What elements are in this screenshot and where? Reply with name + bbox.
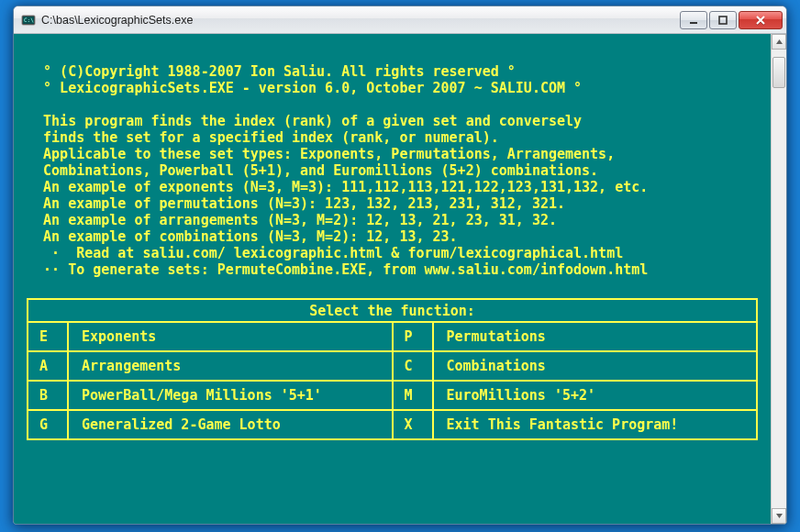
scroll-down-button[interactable] xyxy=(772,508,786,524)
scroll-track[interactable] xyxy=(772,50,786,508)
vertical-scrollbar[interactable] xyxy=(771,34,786,524)
menu-item-label: Exponents xyxy=(69,323,392,350)
menu-item[interactable]: CCombinations xyxy=(394,352,757,382)
menu-item-key: B xyxy=(28,382,69,409)
console-text: ° (C)Copyright 1988-2007 Ion Saliu. All … xyxy=(27,63,765,278)
menu-item-key: G xyxy=(28,411,69,438)
scroll-up-button[interactable] xyxy=(772,34,786,50)
menu-item-label: Exit This Fantastic Program! xyxy=(434,411,757,438)
menu-item[interactable]: PPermutations xyxy=(394,323,757,352)
titlebar[interactable]: C:\ C:\bas\LexicographicSets.exe xyxy=(14,6,786,34)
menu-item-key: E xyxy=(28,323,69,350)
menu-item[interactable]: AArrangements xyxy=(28,352,392,382)
app-window: C:\ C:\bas\LexicographicSets.exe ° (C)Co… xyxy=(13,6,787,525)
menu-item-label: Generalized 2-Game Lotto xyxy=(69,411,392,438)
menu-item[interactable]: BPowerBall/Mega Millions '5+1' xyxy=(28,382,392,411)
app-icon: C:\ xyxy=(21,13,36,28)
function-menu: Select the function: EExponentsAArrangem… xyxy=(27,298,765,440)
menu-item-label: Permutations xyxy=(434,323,757,350)
menu-item-key: C xyxy=(394,352,434,380)
svg-rect-4 xyxy=(719,17,727,24)
console-area: ° (C)Copyright 1988-2007 Ion Saliu. All … xyxy=(14,34,786,524)
window-controls xyxy=(678,11,783,29)
menu-item-key: A xyxy=(28,352,69,380)
menu-item-label: Arrangements xyxy=(69,352,392,380)
menu-column-left: EExponentsAArrangementsBPowerBall/Mega M… xyxy=(27,321,394,440)
menu-item-label: EuroMillions '5+2' xyxy=(434,382,757,409)
menu-item[interactable]: MEuroMillions '5+2' xyxy=(394,382,757,411)
window-title: C:\bas\LexicographicSets.exe xyxy=(41,14,678,27)
scroll-thumb[interactable] xyxy=(772,57,785,88)
menu-item[interactable]: EExponents xyxy=(28,323,392,352)
maximize-button[interactable] xyxy=(709,11,737,29)
menu-item-key: P xyxy=(394,323,434,350)
menu-item-key: M xyxy=(394,382,434,409)
svg-text:C:\: C:\ xyxy=(24,17,34,23)
menu-item[interactable]: XExit This Fantastic Program! xyxy=(394,411,757,438)
console-output: ° (C)Copyright 1988-2007 Ion Saliu. All … xyxy=(14,34,771,524)
menu-header: Select the function: xyxy=(27,298,758,321)
menu-item-label: Combinations xyxy=(434,352,757,380)
svg-rect-3 xyxy=(690,22,697,24)
menu-item[interactable]: GGeneralized 2-Game Lotto xyxy=(28,411,392,438)
menu-header-label: Select the function: xyxy=(309,303,475,319)
minimize-button[interactable] xyxy=(680,11,707,29)
close-button[interactable] xyxy=(739,11,783,29)
menu-item-key: X xyxy=(394,411,434,438)
menu-item-label: PowerBall/Mega Millions '5+1' xyxy=(69,382,392,409)
menu-column-right: PPermutationsCCombinationsMEuroMillions … xyxy=(392,321,759,440)
